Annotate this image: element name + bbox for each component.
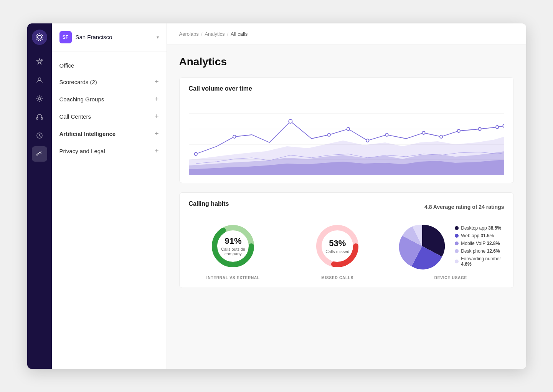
sidebar-item-label: Call Centers [59, 113, 155, 120]
icon-bar [27, 23, 52, 369]
legend-dot [455, 260, 459, 263]
app-logo[interactable] [32, 30, 47, 45]
pie-legend: Desktop app 38.5% Web app 31.5% Mobile V… [455, 225, 504, 267]
svg-rect-5 [36, 117, 38, 119]
sidebar-item-label: Coaching Groups [59, 96, 155, 103]
donut-chart-1: 91% Calls outsidecompany [208, 221, 258, 271]
legend-dot [455, 226, 459, 230]
habits-header: Calling habits 4.8 Average rating of 24 … [189, 200, 504, 213]
svg-point-21 [457, 129, 460, 132]
sidebar-item-ai[interactable]: Artificial Intelligence + [52, 125, 167, 142]
add-icon[interactable]: + [155, 112, 159, 121]
sidebar-nav: Office Scorecards (2) + Coaching Groups … [52, 51, 167, 369]
svg-point-18 [385, 133, 388, 136]
user-nav-icon[interactable] [32, 73, 47, 88]
history-nav-icon[interactable] [32, 128, 47, 143]
donut-bottom-label-2: MISSED CALLS [321, 276, 353, 280]
call-volume-section: Call volume over time [179, 77, 514, 183]
breadcrumb-separator: / [201, 31, 203, 37]
breadcrumb-separator: / [227, 31, 228, 37]
pie-bottom-label: DEVICE USAGE [434, 276, 467, 280]
svg-point-14 [289, 119, 292, 123]
habits-title: Calling habits [189, 200, 229, 207]
svg-point-23 [496, 126, 499, 129]
average-rating: 4.8 Average rating of 24 ratings [424, 204, 504, 210]
legend-label: Mobile VoIP 32.8% [461, 241, 500, 246]
sidebar-item-callcenters[interactable]: Call Centers + [52, 108, 167, 125]
add-icon[interactable]: + [155, 95, 159, 103]
chevron-down-icon: ▾ [157, 35, 159, 40]
breadcrumb-analytics[interactable]: Analytics [205, 31, 225, 37]
svg-point-12 [194, 152, 197, 155]
sidebar: SF San Francisco ▾ Office Scorecards (2)… [52, 23, 167, 369]
svg-point-4 [38, 98, 41, 100]
svg-point-17 [366, 139, 369, 142]
svg-point-19 [422, 131, 425, 134]
call-volume-chart [189, 98, 504, 175]
sidebar-item-label: Scorecards (2) [59, 79, 155, 85]
svg-point-13 [233, 135, 236, 138]
ai-nav-icon[interactable] [32, 54, 47, 69]
sidebar-item-coaching[interactable]: Coaching Groups + [52, 91, 167, 108]
legend-label: Forwarding number 4.6% [461, 256, 504, 267]
donut-bottom-label-1: INTERNAL VS EXTERNAL [206, 276, 260, 280]
pie-row: Desktop app 38.5% Web app 31.5% Mobile V… [397, 221, 504, 271]
sidebar-item-label: Privacy and Legal [59, 148, 155, 154]
legend-item-forwarding: Forwarding number 4.6% [455, 256, 504, 267]
breadcrumb-current: All calls [231, 31, 248, 37]
device-usage-chart: Desktop app 38.5% Web app 31.5% Mobile V… [397, 221, 504, 280]
analytics-nav-icon[interactable] [32, 146, 47, 162]
charts-row: 91% Calls outsidecompany INTERNAL VS EXT… [189, 221, 504, 280]
svg-point-22 [478, 127, 481, 131]
add-icon[interactable]: + [155, 130, 159, 138]
legend-item-desktop: Desktop app 38.5% [455, 225, 504, 231]
sidebar-item-label: Office [59, 62, 159, 69]
internal-external-chart: 91% Calls outsidecompany INTERNAL VS EXT… [189, 221, 278, 280]
svg-point-16 [347, 127, 349, 131]
workspace-selector[interactable]: SF San Francisco ▾ [52, 23, 167, 51]
svg-point-15 [327, 133, 330, 136]
settings-nav-icon[interactable] [32, 91, 47, 106]
chart-title: Call volume over time [189, 85, 504, 92]
pie-chart [397, 221, 447, 271]
workspace-name: San Francisco [76, 34, 153, 40]
breadcrumb: Aerolabs / Analytics / All calls [167, 23, 526, 45]
svg-rect-6 [41, 117, 43, 119]
svg-point-2 [41, 59, 42, 60]
headset-nav-icon[interactable] [32, 109, 47, 125]
sidebar-item-office[interactable]: Office [52, 58, 167, 73]
add-icon[interactable]: + [155, 78, 159, 86]
legend-dot [455, 249, 459, 253]
svg-point-1 [36, 34, 43, 41]
legend-label: Desk phone 12.6% [461, 248, 500, 254]
legend-item-webapp: Web app 31.5% [455, 233, 504, 238]
breadcrumb-aerolabs[interactable]: Aerolabs [179, 31, 199, 37]
legend-item-mobile: Mobile VoIP 32.8% [455, 241, 504, 246]
sidebar-item-privacy[interactable]: Privacy and Legal + [52, 142, 167, 160]
svg-point-20 [439, 135, 442, 138]
sidebar-item-label: Artificial Intelligence [59, 131, 155, 137]
add-icon[interactable]: + [155, 147, 159, 155]
svg-point-0 [38, 35, 41, 39]
legend-label: Web app 31.5% [461, 233, 494, 238]
donut-chart-2: 53% Calls missed [312, 221, 362, 271]
main-content: Aerolabs / Analytics / All calls Analyti… [167, 23, 526, 369]
legend-dot [455, 241, 459, 245]
calling-habits-section: Calling habits 4.8 Average rating of 24 … [179, 192, 514, 288]
legend-dot [455, 234, 459, 238]
legend-item-deskphone: Desk phone 12.6% [455, 248, 504, 254]
page-title: Analytics [179, 56, 514, 68]
legend-label: Desktop app 38.5% [461, 225, 501, 231]
sidebar-item-scorecards[interactable]: Scorecards (2) + [52, 73, 167, 91]
missed-calls-chart: 53% Calls missed MISSED CALLS [293, 221, 382, 280]
svg-point-24 [503, 124, 504, 127]
workspace-icon: SF [59, 31, 72, 43]
